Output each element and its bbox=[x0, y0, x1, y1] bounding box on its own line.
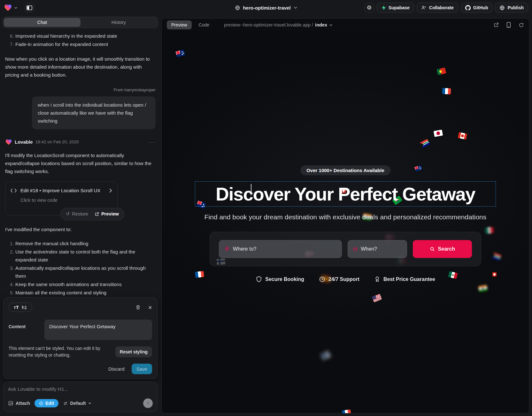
image-icon bbox=[8, 401, 13, 406]
element-tag-chip[interactable]: TT h1 bbox=[9, 303, 32, 312]
sidebar-tabs: Chat History bbox=[3, 17, 158, 28]
chat-sidebar: Chat History 6. Improved visual hierarch… bbox=[0, 15, 161, 416]
site-viewport: Over 1000+ Destinations Available Discov… bbox=[162, 31, 529, 413]
composer-input[interactable] bbox=[8, 386, 153, 392]
supabase-bolt-icon bbox=[381, 5, 386, 10]
message-menu-icon[interactable]: ··· bbox=[149, 138, 156, 146]
header-actions: ⚙ Supabase Collaborate GitHub bbox=[365, 3, 528, 13]
tab-preview[interactable]: Preview bbox=[167, 20, 192, 29]
app-header: hero-optimizer-travel ⚙ Supabase Collabo… bbox=[0, 0, 532, 15]
assistant-paragraph: I'll modify the LocationScroll component… bbox=[5, 151, 156, 175]
where-field[interactable] bbox=[219, 240, 342, 258]
chat-scroll[interactable]: 6. Improved visual hierarchy in the expa… bbox=[0, 28, 161, 295]
project-switcher[interactable]: hero-optimizer-travel bbox=[235, 0, 297, 15]
list-item: 6. Improved visual hierarchy in the expa… bbox=[5, 32, 156, 40]
user-attribution: From harrymckayroper bbox=[5, 86, 156, 94]
external-link-icon bbox=[95, 212, 99, 216]
content-textarea[interactable]: Discover Your Perfect Getaway bbox=[44, 320, 152, 340]
chevron-down-icon[interactable] bbox=[14, 6, 18, 10]
flag-nz-icon bbox=[414, 165, 422, 172]
github-button[interactable]: GitHub bbox=[461, 3, 493, 13]
publish-globe-icon bbox=[499, 5, 505, 11]
feature-best-price: Best Price Guarantee bbox=[374, 276, 435, 283]
mobile-view-icon[interactable] bbox=[506, 22, 511, 28]
flag-za-icon bbox=[491, 252, 502, 261]
trash-icon bbox=[135, 305, 141, 310]
collaborate-button[interactable]: Collaborate bbox=[417, 3, 458, 13]
hero-headline[interactable]: Discover Your Perfect Getaway bbox=[216, 183, 475, 205]
list-text: Fade-in animation for the expanded conte… bbox=[15, 40, 156, 48]
feature-label: 24/7 Support bbox=[328, 276, 359, 282]
tab-chat[interactable]: Chat bbox=[4, 18, 81, 27]
when-field[interactable] bbox=[348, 240, 407, 258]
save-button[interactable]: Save bbox=[132, 364, 152, 374]
reset-styling-button[interactable]: Reset styling bbox=[115, 346, 152, 357]
lovable-logo-icon[interactable] bbox=[4, 4, 12, 12]
calendar-icon bbox=[353, 246, 358, 252]
supabase-button[interactable]: Supabase bbox=[377, 3, 414, 13]
features-row: Secure Booking 24/7 Support Best Price G… bbox=[256, 276, 435, 283]
destinations-badge: Over 1000+ Destinations Available bbox=[300, 165, 390, 175]
flag-ch-icon bbox=[492, 272, 497, 276]
refresh-icon[interactable] bbox=[519, 22, 524, 28]
search-button[interactable]: Search bbox=[413, 240, 472, 258]
collaborate-label: Collaborate bbox=[429, 5, 454, 10]
github-icon bbox=[465, 5, 471, 11]
flag-us-icon bbox=[372, 294, 382, 303]
preview-version-button[interactable]: Preview bbox=[95, 210, 119, 218]
list-text: Improved visual hierarchy in the expande… bbox=[15, 32, 156, 40]
preview-url[interactable]: preview--hero-optimizer-travel.lovable.a… bbox=[224, 22, 333, 27]
feature-support: 24/7 Support bbox=[319, 276, 359, 283]
restore-button[interactable]: ↺ Restore bbox=[66, 210, 88, 218]
list-number: 3. bbox=[5, 264, 15, 280]
tab-code[interactable]: Code bbox=[194, 20, 214, 29]
tab-history[interactable]: History bbox=[81, 18, 157, 27]
award-icon bbox=[374, 276, 380, 283]
flag-fi-icon bbox=[320, 351, 331, 360]
flag-ca-icon bbox=[458, 132, 467, 140]
flag-mx-icon bbox=[485, 227, 494, 234]
chevron-down-icon bbox=[88, 402, 91, 405]
open-in-new-tab-icon[interactable] bbox=[493, 22, 499, 28]
text-caret bbox=[251, 184, 251, 195]
message-timestamp: 18:42 on Feb 20, 2025 bbox=[35, 138, 79, 146]
discard-button[interactable]: Discard bbox=[108, 366, 125, 372]
when-input[interactable] bbox=[361, 246, 401, 252]
url-host: preview--hero-optimizer-travel.lovable.a… bbox=[224, 22, 313, 27]
list-text: Automatically expand/collapse locations … bbox=[15, 264, 156, 280]
url-page: index bbox=[315, 22, 327, 27]
list-number: 4. bbox=[5, 280, 15, 288]
settings-button[interactable]: ⚙ bbox=[365, 3, 374, 12]
publish-button[interactable]: Publish bbox=[495, 3, 528, 13]
element-editor-panel: TT h1 × Content Discover Your Perfec bbox=[3, 297, 158, 379]
assistant-paragraph: Now when you click on a location image, … bbox=[5, 55, 156, 79]
style-note-row: This element can't be styled. You can ed… bbox=[9, 345, 152, 359]
sidebar-toggle-button[interactable] bbox=[25, 3, 34, 12]
flag-in-icon bbox=[478, 285, 488, 292]
attach-button[interactable]: Attach bbox=[8, 401, 30, 406]
edit-mode-toggle[interactable]: Edit bbox=[35, 399, 58, 407]
shield-icon bbox=[256, 276, 262, 283]
close-panel-button[interactable]: × bbox=[148, 305, 152, 310]
edit-version-card[interactable]: Edit #18 • Improve Location Scroll UX Cl… bbox=[5, 182, 118, 216]
style-note: This element can't be styled. You can ed… bbox=[9, 345, 112, 359]
panel-icon bbox=[27, 5, 32, 10]
headline-selection-box[interactable]: Discover Your Perfect Getaway bbox=[195, 181, 496, 207]
send-button[interactable]: ↑ bbox=[143, 398, 153, 408]
feature-label: Secure Booking bbox=[265, 276, 304, 282]
edit-card-subtitle: Click to view code bbox=[11, 196, 112, 204]
mode-select[interactable]: Default bbox=[63, 401, 91, 406]
where-input[interactable] bbox=[233, 246, 336, 252]
chevron-down-icon bbox=[329, 23, 333, 27]
publish-label: Publish bbox=[507, 5, 524, 10]
flag-za-icon bbox=[420, 139, 430, 148]
numbered-list-bottom: 1.Remove the manual click handling 2.Use… bbox=[5, 239, 156, 295]
list-number: 7. bbox=[5, 40, 15, 48]
element-tag: h1 bbox=[22, 305, 27, 310]
delete-element-button[interactable] bbox=[135, 305, 141, 310]
map-pin-icon bbox=[224, 246, 230, 252]
lovable-avatar-icon bbox=[5, 139, 12, 146]
list-text: Keep the same smooth animations and tran… bbox=[15, 280, 156, 288]
attach-label: Attach bbox=[16, 401, 30, 406]
search-label: Search bbox=[438, 246, 455, 252]
